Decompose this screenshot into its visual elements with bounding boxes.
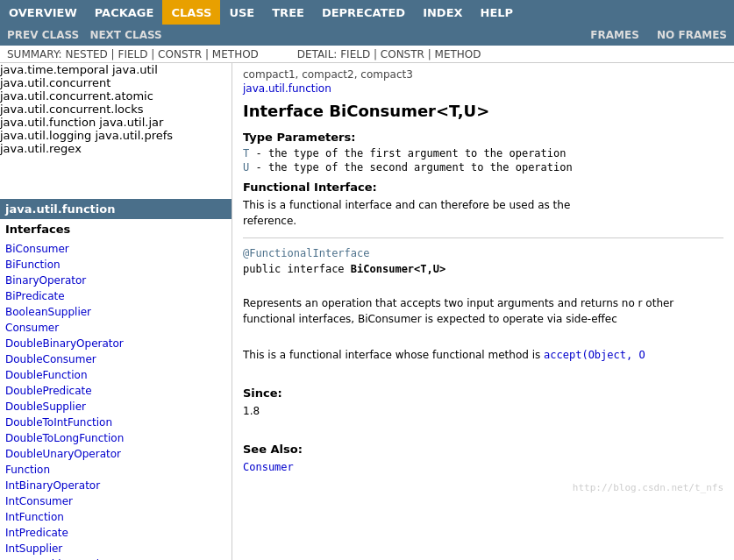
iface-doubletointfunction[interactable]: DoubleToIntFunction — [5, 415, 226, 430]
public-keyword: public interface — [243, 263, 351, 275]
functional-interface-text: This is a functional interface and can t… — [243, 197, 723, 229]
iface-biconsumer[interactable]: BiConsumer — [5, 241, 226, 257]
pkg-util[interactable]: java.util — [112, 63, 158, 76]
iface-function[interactable]: Function — [5, 462, 226, 478]
summary-separator — [276, 48, 280, 60]
nav-separator-1 — [82, 29, 86, 41]
iface-doublepredicate[interactable]: DoublePredicate — [5, 383, 226, 399]
content-area: compact1, compact2, compact3 java.util.f… — [232, 63, 734, 560]
watermark: http://blog.csdn.net/t_nfs — [243, 482, 723, 493]
sidebar-package-list[interactable]: java.time.temporal java.util java.util.c… — [0, 63, 232, 199]
iface-intfunction[interactable]: IntFunction — [5, 509, 226, 525]
iface-inttodoublefunction[interactable]: IntToDoubleFunction — [5, 556, 226, 560]
content-divider — [243, 237, 723, 238]
detail-text: DETAIL: FIELD | CONSTR | METHOD — [297, 48, 481, 60]
iface-doublefunction[interactable]: DoubleFunction — [5, 367, 226, 383]
type-param-T-desc: - the type of the first argument to the … — [255, 147, 566, 159]
iface-bipredicate[interactable]: BiPredicate — [5, 288, 226, 304]
pkg-util-concurrent[interactable]: java.util.concurrent — [0, 76, 110, 89]
iface-doublesupplier[interactable]: DoubleSupplier — [5, 399, 226, 415]
code-line: public interface BiConsumer<T,U> — [243, 263, 723, 275]
type-param-U-desc: - the type of the second argument to the… — [255, 161, 572, 174]
annotation-text: @FunctionalInterface — [243, 247, 370, 259]
summary-bar: SUMMARY: NESTED | FIELD | CONSTR | METHO… — [0, 46, 734, 63]
nav-use[interactable]: USE — [220, 0, 263, 25]
class-title: Interface BiConsumer<T,U> — [243, 102, 723, 120]
sidebar: java.time.temporal java.util java.util.c… — [0, 63, 232, 560]
no-frames-btn[interactable]: NO FRAMES — [657, 29, 727, 41]
top-nav: OVERVIEW PACKAGE CLASS USE TREE DEPRECAT… — [0, 0, 734, 25]
functional-interface-text-2: reference. — [243, 215, 296, 227]
pkg-util-logging[interactable]: java.util.logging — [0, 129, 91, 142]
annotation-block: @FunctionalInterface — [243, 247, 723, 259]
sidebar-section-header: java.util.function — [0, 199, 232, 219]
type-param-T: T - the type of the first argument to th… — [243, 147, 723, 159]
frames-btn[interactable]: FRAMES — [590, 29, 639, 41]
iface-binaryoperator[interactable]: BinaryOperator — [5, 273, 226, 288]
iface-bifunction[interactable]: BiFunction — [5, 257, 226, 273]
since-value: 1.8 — [243, 403, 723, 419]
pkg-util-concurrent-atomic[interactable]: java.util.concurrent.atomic — [0, 89, 153, 103]
iface-consumer[interactable]: Consumer — [5, 320, 226, 336]
interface-name: BiConsumer<T,U> — [351, 263, 445, 275]
package-name[interactable]: java.util.function — [243, 82, 723, 95]
iface-intconsumer[interactable]: IntConsumer — [5, 493, 226, 509]
functional-interface-text-1: This is a functional interface and can t… — [243, 199, 570, 211]
pkg-util-concurrent-locks[interactable]: java.util.concurrent.locks — [0, 103, 143, 116]
pkg-time-temporal[interactable]: java.time.temporal — [0, 63, 109, 76]
nav-help[interactable]: HELP — [472, 0, 523, 25]
description-text: Represents an operation that accepts two… — [243, 295, 723, 327]
consumer-link[interactable]: Consumer — [243, 461, 294, 473]
nav-overview[interactable]: OVERVIEW — [0, 0, 86, 25]
type-param-U-key: U — [243, 161, 249, 174]
accept-link[interactable]: accept(Object, O — [544, 349, 645, 361]
summary-text: SUMMARY: NESTED | FIELD | CONSTR | METHO… — [7, 48, 259, 60]
prev-class-btn[interactable]: PREV CLASS — [7, 29, 79, 41]
nav-class[interactable]: CLASS — [162, 0, 220, 25]
iface-intpredicate[interactable]: IntPredicate — [5, 525, 226, 541]
iface-intsupplier[interactable]: IntSupplier — [5, 541, 226, 556]
interface-list: BiConsumer BiFunction BinaryOperator BiP… — [0, 239, 232, 560]
pkg-util-prefs[interactable]: java.util.prefs — [95, 129, 173, 142]
interfaces-header: Interfaces — [0, 219, 232, 239]
see-also-link[interactable]: Consumer — [243, 459, 723, 475]
nav-tree[interactable]: TREE — [263, 0, 313, 25]
see-also-header: See Also: — [243, 443, 723, 456]
nav-deprecated[interactable]: DEPRECATED — [313, 0, 414, 25]
breadcrumb: compact1, compact2, compact3 — [243, 68, 723, 81]
nav-package[interactable]: PACKAGE — [86, 0, 163, 25]
pkg-util-regex[interactable]: java.util.regex — [0, 142, 82, 155]
type-param-T-key: T — [243, 147, 249, 159]
pkg-util-jar[interactable]: java.util.jar — [99, 116, 163, 129]
iface-intbinaryoperator[interactable]: IntBinaryOperator — [5, 478, 226, 493]
iface-doubletolongfunction[interactable]: DoubleToLongFunction — [5, 430, 226, 446]
iface-doubleconsumer[interactable]: DoubleConsumer — [5, 351, 226, 367]
functional-interface-header: Functional Interface: — [243, 181, 723, 194]
type-param-U: U - the type of the second argument to t… — [243, 161, 723, 174]
second-nav: PREV CLASS NEXT CLASS FRAMES NO FRAMES — [0, 25, 734, 46]
since-header: Since: — [243, 386, 723, 400]
iface-booleansupplier[interactable]: BooleanSupplier — [5, 304, 226, 320]
sidebar-interfaces[interactable]: Interfaces BiConsumer BiFunction BinaryO… — [0, 219, 232, 560]
pkg-util-function[interactable]: java.util.function — [0, 116, 96, 129]
functional-method-text: This is a functional interface whose fun… — [243, 347, 723, 363]
iface-doublebinaryoperator[interactable]: DoubleBinaryOperator — [5, 336, 226, 351]
main-layout: java.time.temporal java.util java.util.c… — [0, 63, 734, 560]
nav-index[interactable]: INDEX — [414, 0, 471, 25]
type-params-header: Type Parameters: — [243, 131, 723, 144]
nav-separator-2 — [646, 29, 650, 41]
iface-doubleunaryoperator[interactable]: DoubleUnaryOperator — [5, 446, 226, 462]
next-class-btn[interactable]: NEXT CLASS — [89, 29, 161, 41]
